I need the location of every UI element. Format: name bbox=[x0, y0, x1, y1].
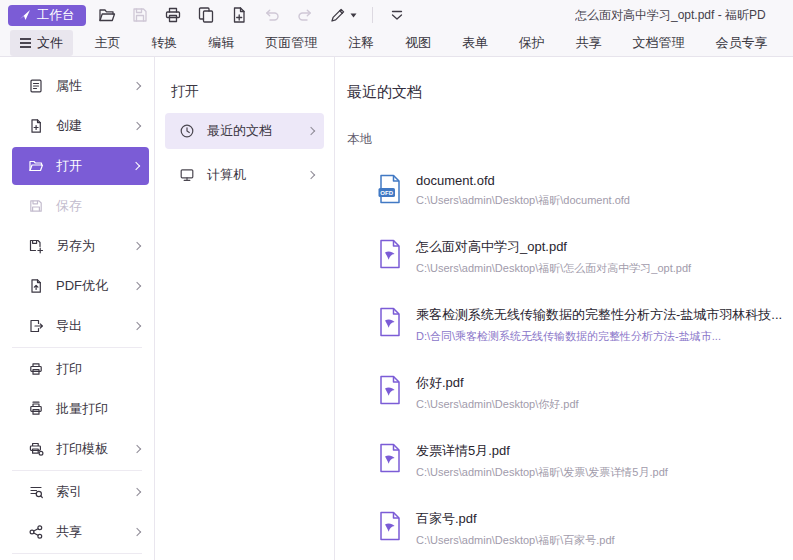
workspace-button-label: 工作台 bbox=[37, 7, 75, 24]
sidebar-item-label: 打开 bbox=[56, 157, 82, 175]
open-file-icon[interactable] bbox=[98, 6, 116, 24]
ink-sign-button[interactable] bbox=[329, 6, 357, 24]
list-item[interactable]: 乘客检测系统无线传输数据的完整性分析方法-盐城市羽林科技... D:\合同\乘客… bbox=[377, 306, 793, 344]
submenu-arrow-icon bbox=[133, 322, 141, 330]
menu-view[interactable]: 视图 bbox=[405, 34, 431, 52]
file-name: 百家号.pdf bbox=[416, 510, 615, 528]
computer-icon bbox=[179, 167, 195, 183]
sidebar-item-label: 打印模板 bbox=[56, 440, 108, 458]
submenu-arrow-icon bbox=[132, 162, 140, 170]
list-item[interactable]: OFD document.ofd C:\Users\admin\Desktop\… bbox=[377, 173, 793, 208]
menu-form[interactable]: 表单 bbox=[462, 34, 488, 52]
create-icon bbox=[28, 118, 44, 134]
menu-comment[interactable]: 注释 bbox=[348, 34, 374, 52]
sidebar-item-share[interactable]: 共享 bbox=[0, 512, 154, 552]
list-item[interactable]: 怎么面对高中学习_opt.pdf C:\Users\admin\Desktop\… bbox=[377, 238, 793, 276]
toolbar-divider bbox=[372, 7, 373, 23]
undo-icon bbox=[263, 6, 281, 24]
sidebar-item-print[interactable]: 打印 bbox=[0, 349, 154, 389]
list-item[interactable]: 发票详情5月.pdf C:\Users\admin\Desktop\福昕\发票\… bbox=[377, 442, 793, 480]
index-icon bbox=[28, 484, 44, 500]
submenu-arrow-icon bbox=[307, 171, 315, 179]
menu-page-management[interactable]: 页面管理 bbox=[265, 34, 317, 52]
menu-protect[interactable]: 保护 bbox=[519, 34, 545, 52]
recent-documents-panel: 最近的文档 本地 OFD document.ofd C:\Users\admin… bbox=[335, 57, 793, 560]
file-name: 乘客检测系统无线传输数据的完整性分析方法-盐城市羽林科技... bbox=[416, 306, 782, 324]
foxit-logo-icon bbox=[19, 9, 31, 21]
workspace-button[interactable]: 工作台 bbox=[8, 5, 86, 26]
save-icon bbox=[131, 6, 149, 24]
submenu-arrow-icon bbox=[307, 127, 315, 135]
file-path: C:\Users\admin\Desktop\福昕\怎么面对高中学习_opt.p… bbox=[416, 261, 691, 276]
sidebar-item-label: 导出 bbox=[56, 317, 82, 335]
new-page-icon[interactable] bbox=[230, 6, 248, 24]
open-recent-documents[interactable]: 最近的文档 bbox=[165, 113, 324, 149]
submenu-arrow-icon bbox=[133, 122, 141, 130]
open-submenu-panel: 打开 最近的文档 计算机 bbox=[155, 57, 335, 560]
copy-pages-icon[interactable] bbox=[197, 6, 215, 24]
submenu-arrow-icon bbox=[133, 445, 141, 453]
pdf-file-icon bbox=[377, 307, 403, 337]
open-computer-label: 计算机 bbox=[207, 166, 246, 184]
sidebar-item-label: PDF优化 bbox=[56, 277, 108, 295]
sidebar-item-index[interactable]: 索引 bbox=[0, 472, 154, 512]
sidebar-item-print-template[interactable]: 打印模板 bbox=[0, 429, 154, 469]
menu-file[interactable]: 文件 bbox=[10, 30, 73, 56]
open-computer[interactable]: 计算机 bbox=[165, 157, 324, 193]
sidebar-item-label: 保存 bbox=[56, 197, 82, 215]
properties-icon bbox=[28, 78, 44, 94]
sidebar-item-label: 属性 bbox=[56, 77, 82, 95]
menu-divider bbox=[12, 347, 142, 348]
ink-sign-icon bbox=[329, 6, 347, 24]
dropdown-caret-icon bbox=[350, 13, 357, 18]
pdf-file-icon bbox=[377, 443, 403, 473]
menu-edit[interactable]: 编辑 bbox=[208, 34, 234, 52]
print-template-icon bbox=[28, 441, 44, 457]
sidebar-item-label: 另存为 bbox=[56, 237, 95, 255]
collapse-toolbar-icon[interactable] bbox=[388, 6, 406, 24]
sidebar-item-open[interactable]: 打开 bbox=[12, 147, 149, 185]
menu-document-management[interactable]: 文档管理 bbox=[633, 34, 685, 52]
menu-share[interactable]: 共享 bbox=[576, 34, 602, 52]
sidebar-item-label: 打印 bbox=[56, 360, 82, 378]
menu-divider bbox=[12, 553, 142, 554]
sidebar-item-batch-print[interactable]: 批量打印 bbox=[0, 389, 154, 429]
sidebar-item-label: 批量打印 bbox=[56, 400, 108, 418]
submenu-arrow-icon bbox=[133, 488, 141, 496]
file-path: C:\Users\admin\Desktop\你好.pdf bbox=[416, 397, 579, 412]
sidebar-item-create[interactable]: 创建 bbox=[0, 106, 154, 146]
document-title: 怎么面对高中学习_opt.pdf - 福昕PD bbox=[575, 0, 793, 30]
print-icon bbox=[28, 361, 44, 377]
open-panel-title: 打开 bbox=[171, 83, 334, 101]
file-name: document.ofd bbox=[416, 173, 630, 188]
sidebar-item-save-as[interactable]: 另存为 bbox=[0, 226, 154, 266]
sidebar-item-label: 共享 bbox=[56, 523, 82, 541]
file-name: 你好.pdf bbox=[416, 374, 579, 392]
pdf-file-icon bbox=[377, 239, 403, 269]
print-icon[interactable] bbox=[164, 6, 182, 24]
pdf-file-icon bbox=[377, 375, 403, 405]
open-icon bbox=[28, 158, 44, 174]
menu-member[interactable]: 会员专享 bbox=[716, 34, 768, 52]
sidebar-item-properties[interactable]: 属性 bbox=[0, 66, 154, 106]
local-section-label: 本地 bbox=[347, 131, 793, 148]
save-icon bbox=[28, 198, 44, 214]
sidebar-item-save: 保存 bbox=[0, 186, 154, 226]
file-name: 怎么面对高中学习_opt.pdf bbox=[416, 238, 691, 256]
file-menu-panel: 属性 创建 打开 保存 另存为 PDF优化 bbox=[0, 57, 155, 560]
menubar: 文件 主页 转换 编辑 页面管理 注释 视图 表单 保护 共享 文档管理 会员专… bbox=[0, 30, 793, 57]
menu-file-label: 文件 bbox=[37, 34, 63, 52]
sidebar-item-pdf-optimize[interactable]: PDF优化 bbox=[0, 266, 154, 306]
list-item[interactable]: 百家号.pdf C:\Users\admin\Desktop\福昕\百家号.pd… bbox=[377, 510, 793, 548]
sidebar-item-export[interactable]: 导出 bbox=[0, 306, 154, 346]
pdf-optimize-icon bbox=[28, 278, 44, 294]
list-item[interactable]: 你好.pdf C:\Users\admin\Desktop\你好.pdf bbox=[377, 374, 793, 412]
menu-convert[interactable]: 转换 bbox=[151, 34, 177, 52]
hamburger-icon bbox=[20, 38, 31, 48]
clock-icon bbox=[179, 123, 195, 139]
export-icon bbox=[28, 318, 44, 334]
menu-home[interactable]: 主页 bbox=[94, 34, 120, 52]
file-path: C:\Users\admin\Desktop\福昕\百家号.pdf bbox=[416, 533, 615, 548]
menu-divider bbox=[12, 470, 142, 471]
pdf-file-icon bbox=[377, 511, 403, 541]
